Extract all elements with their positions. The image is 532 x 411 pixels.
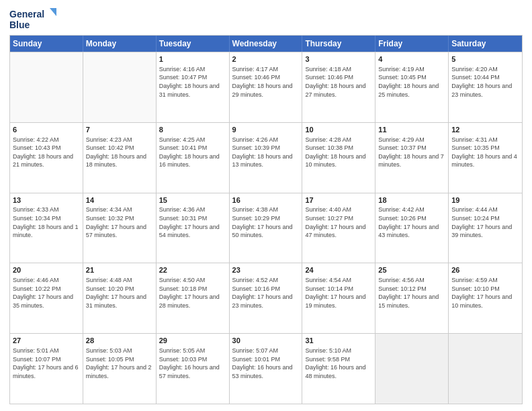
day-info: Sunrise: 4:34 AM Sunset: 10:32 PM Daylig… — [86, 205, 153, 239]
day-header-thursday: Thursday — [302, 36, 375, 52]
day-number: 16 — [232, 195, 300, 205]
day-info: Sunrise: 4:52 AM Sunset: 10:16 PM Daylig… — [232, 276, 300, 310]
day-cell-27: 27Sunrise: 5:01 AM Sunset: 10:07 PM Dayl… — [10, 334, 83, 404]
day-number: 29 — [159, 336, 226, 346]
day-header-monday: Monday — [83, 36, 157, 52]
day-info: Sunrise: 4:56 AM Sunset: 10:12 PM Daylig… — [378, 276, 445, 310]
day-info: Sunrise: 4:50 AM Sunset: 10:18 PM Daylig… — [159, 276, 226, 310]
day-cell-5: 5Sunrise: 4:20 AM Sunset: 10:44 PM Dayli… — [449, 52, 522, 122]
empty-cell — [83, 52, 157, 122]
day-number: 18 — [378, 195, 445, 205]
day-number: 12 — [451, 125, 519, 135]
day-number: 20 — [13, 265, 80, 275]
day-info: Sunrise: 4:16 AM Sunset: 10:47 PM Daylig… — [159, 65, 226, 99]
day-cell-25: 25Sunrise: 4:56 AM Sunset: 10:12 PM Dayl… — [375, 263, 449, 333]
day-number: 27 — [13, 336, 80, 346]
day-info: Sunrise: 4:38 AM Sunset: 10:29 PM Daylig… — [232, 205, 300, 239]
day-info: Sunrise: 4:42 AM Sunset: 10:26 PM Daylig… — [378, 205, 445, 239]
day-cell-2: 2Sunrise: 4:17 AM Sunset: 10:46 PM Dayli… — [230, 52, 303, 122]
day-cell-9: 9Sunrise: 4:26 AM Sunset: 10:39 PM Dayli… — [230, 123, 303, 193]
day-cell-24: 24Sunrise: 4:54 AM Sunset: 10:14 PM Dayl… — [302, 263, 375, 333]
svg-text:General: General — [9, 9, 44, 19]
day-number: 14 — [86, 195, 153, 205]
empty-cell — [449, 334, 522, 404]
day-cell-3: 3Sunrise: 4:18 AM Sunset: 10:46 PM Dayli… — [302, 52, 375, 122]
day-number: 17 — [305, 195, 372, 205]
day-info: Sunrise: 4:26 AM Sunset: 10:39 PM Daylig… — [232, 136, 300, 169]
day-number: 5 — [451, 54, 519, 64]
day-number: 28 — [86, 336, 153, 346]
day-cell-29: 29Sunrise: 5:05 AM Sunset: 10:03 PM Dayl… — [157, 334, 230, 404]
day-info: Sunrise: 4:18 AM Sunset: 10:46 PM Daylig… — [305, 65, 372, 99]
day-cell-16: 16Sunrise: 4:38 AM Sunset: 10:29 PM Dayl… — [230, 193, 303, 263]
day-number: 1 — [159, 54, 226, 64]
day-number: 2 — [232, 54, 300, 64]
day-cell-21: 21Sunrise: 4:48 AM Sunset: 10:20 PM Dayl… — [83, 263, 157, 333]
day-number: 31 — [305, 336, 372, 346]
day-info: Sunrise: 4:46 AM Sunset: 10:22 PM Daylig… — [13, 276, 80, 310]
day-number: 13 — [13, 195, 80, 205]
day-number: 22 — [159, 265, 226, 275]
day-number: 8 — [159, 125, 226, 135]
day-number: 23 — [232, 265, 300, 275]
day-info: Sunrise: 4:40 AM Sunset: 10:27 PM Daylig… — [305, 205, 372, 239]
calendar-body: 1Sunrise: 4:16 AM Sunset: 10:47 PM Dayli… — [10, 52, 522, 404]
empty-cell — [375, 334, 449, 404]
day-cell-14: 14Sunrise: 4:34 AM Sunset: 10:32 PM Dayl… — [83, 193, 157, 263]
day-cell-12: 12Sunrise: 4:31 AM Sunset: 10:35 PM Dayl… — [449, 123, 522, 193]
day-cell-13: 13Sunrise: 4:33 AM Sunset: 10:34 PM Dayl… — [10, 193, 83, 263]
day-info: Sunrise: 4:59 AM Sunset: 10:10 PM Daylig… — [451, 276, 519, 310]
week-row-4: 20Sunrise: 4:46 AM Sunset: 10:22 PM Dayl… — [10, 263, 522, 333]
week-row-1: 1Sunrise: 4:16 AM Sunset: 10:47 PM Dayli… — [10, 52, 522, 122]
day-info: Sunrise: 4:22 AM Sunset: 10:43 PM Daylig… — [13, 136, 80, 169]
day-cell-30: 30Sunrise: 5:07 AM Sunset: 10:01 PM Dayl… — [230, 334, 303, 404]
day-cell-31: 31Sunrise: 5:10 AM Sunset: 9:58 PM Dayli… — [302, 334, 375, 404]
week-row-2: 6Sunrise: 4:22 AM Sunset: 10:43 PM Dayli… — [10, 122, 522, 193]
day-number: 15 — [159, 195, 226, 205]
day-number: 6 — [13, 125, 80, 135]
empty-cell — [10, 52, 83, 122]
day-header-sunday: Sunday — [10, 36, 83, 52]
day-number: 10 — [305, 125, 372, 135]
calendar-header: SundayMondayTuesdayWednesdayThursdayFrid… — [10, 36, 522, 52]
day-info: Sunrise: 4:48 AM Sunset: 10:20 PM Daylig… — [86, 276, 153, 310]
day-cell-6: 6Sunrise: 4:22 AM Sunset: 10:43 PM Dayli… — [10, 123, 83, 193]
day-cell-11: 11Sunrise: 4:29 AM Sunset: 10:37 PM Dayl… — [375, 123, 449, 193]
day-cell-23: 23Sunrise: 4:52 AM Sunset: 10:16 PM Dayl… — [230, 263, 303, 333]
day-info: Sunrise: 4:29 AM Sunset: 10:37 PM Daylig… — [378, 136, 445, 169]
day-number: 3 — [305, 54, 372, 64]
day-cell-8: 8Sunrise: 4:25 AM Sunset: 10:41 PM Dayli… — [157, 123, 230, 193]
day-cell-17: 17Sunrise: 4:40 AM Sunset: 10:27 PM Dayl… — [302, 193, 375, 263]
day-info: Sunrise: 4:23 AM Sunset: 10:42 PM Daylig… — [86, 136, 153, 169]
week-row-3: 13Sunrise: 4:33 AM Sunset: 10:34 PM Dayl… — [10, 193, 522, 263]
day-info: Sunrise: 4:31 AM Sunset: 10:35 PM Daylig… — [451, 136, 519, 169]
day-cell-20: 20Sunrise: 4:46 AM Sunset: 10:22 PM Dayl… — [10, 263, 83, 333]
day-info: Sunrise: 5:05 AM Sunset: 10:03 PM Daylig… — [159, 347, 226, 380]
day-header-tuesday: Tuesday — [157, 36, 230, 52]
day-info: Sunrise: 4:44 AM Sunset: 10:24 PM Daylig… — [451, 205, 519, 239]
day-header-friday: Friday — [375, 36, 449, 52]
day-number: 26 — [451, 265, 519, 275]
calendar: SundayMondayTuesdayWednesdayThursdayFrid… — [9, 35, 523, 404]
day-info: Sunrise: 5:01 AM Sunset: 10:07 PM Daylig… — [13, 347, 80, 380]
day-info: Sunrise: 5:07 AM Sunset: 10:01 PM Daylig… — [232, 347, 300, 380]
day-cell-22: 22Sunrise: 4:50 AM Sunset: 10:18 PM Dayl… — [157, 263, 230, 333]
day-number: 24 — [305, 265, 372, 275]
svg-text:Blue: Blue — [9, 19, 30, 30]
day-cell-4: 4Sunrise: 4:19 AM Sunset: 10:45 PM Dayli… — [375, 52, 449, 122]
day-cell-26: 26Sunrise: 4:59 AM Sunset: 10:10 PM Dayl… — [449, 263, 522, 333]
day-cell-15: 15Sunrise: 4:36 AM Sunset: 10:31 PM Dayl… — [157, 193, 230, 263]
day-number: 4 — [378, 54, 445, 64]
day-info: Sunrise: 5:03 AM Sunset: 10:05 PM Daylig… — [86, 347, 153, 380]
day-info: Sunrise: 4:36 AM Sunset: 10:31 PM Daylig… — [159, 205, 226, 239]
day-cell-28: 28Sunrise: 5:03 AM Sunset: 10:05 PM Dayl… — [83, 334, 157, 404]
day-info: Sunrise: 4:25 AM Sunset: 10:41 PM Daylig… — [159, 136, 226, 169]
day-cell-18: 18Sunrise: 4:42 AM Sunset: 10:26 PM Dayl… — [375, 193, 449, 263]
day-info: Sunrise: 4:33 AM Sunset: 10:34 PM Daylig… — [13, 205, 80, 239]
day-cell-7: 7Sunrise: 4:23 AM Sunset: 10:42 PM Dayli… — [83, 123, 157, 193]
day-info: Sunrise: 4:54 AM Sunset: 10:14 PM Daylig… — [305, 276, 372, 310]
day-number: 30 — [232, 336, 300, 346]
day-header-wednesday: Wednesday — [230, 36, 303, 52]
day-header-saturday: Saturday — [449, 36, 522, 52]
day-number: 11 — [378, 125, 445, 135]
